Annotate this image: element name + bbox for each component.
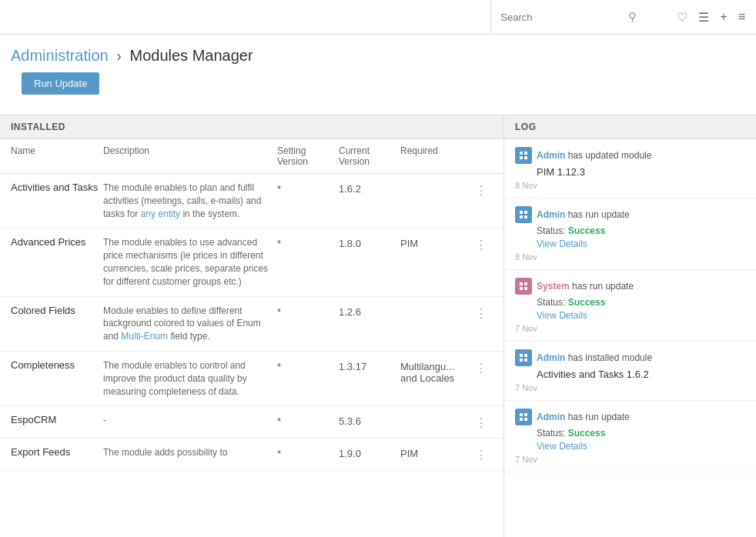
log-status: Status: Success	[537, 225, 745, 236]
log-actor: Admin	[537, 352, 565, 363]
page-title: Modules Manager	[130, 47, 253, 64]
avatar	[515, 349, 532, 366]
installed-panel: INSTALLED Name Description Setting Versi…	[0, 115, 504, 537]
search-input[interactable]	[500, 12, 624, 23]
col-current-version: Current Version	[339, 145, 400, 167]
module-name: Completeness	[11, 359, 103, 371]
svg-rect-16	[520, 413, 523, 416]
view-details-link[interactable]: View Details	[537, 238, 587, 249]
table-header: Name Description Setting Version Current…	[0, 139, 503, 174]
log-status: Status: Success	[537, 297, 745, 308]
admin-link[interactable]: Administration	[11, 47, 109, 64]
module-actions-menu[interactable]: ⋮	[470, 236, 493, 252]
svg-rect-7	[524, 215, 527, 218]
plus-icon[interactable]: +	[720, 10, 727, 24]
run-update-button[interactable]: Run Update	[22, 72, 99, 95]
module-required: PIM	[400, 446, 470, 459]
module-required	[400, 305, 470, 306]
module-name: EspoCRM	[11, 414, 103, 425]
log-entry: Admin has updated module PIM 1.12.3 8 No…	[504, 139, 756, 198]
menu-icon[interactable]: ≡	[738, 10, 745, 24]
svg-rect-1	[524, 152, 527, 155]
col-actions	[470, 145, 493, 167]
log-date: 7 Nov	[515, 324, 745, 333]
list-icon[interactable]: ☰	[698, 10, 709, 25]
svg-rect-6	[520, 215, 523, 218]
installed-header: INSTALLED	[0, 115, 503, 139]
module-name: Advanced Prices	[11, 236, 103, 248]
module-setting-version: *	[277, 446, 339, 459]
log-actor: Admin	[537, 150, 565, 161]
log-date: 8 Nov	[515, 252, 745, 262]
log-entry-header: Admin has installed module	[515, 349, 745, 366]
log-date: 7 Nov	[515, 383, 745, 392]
log-entry-header: Admin has run update	[515, 409, 745, 425]
module-required	[400, 182, 470, 183]
svg-rect-18	[520, 418, 523, 421]
module-setting-version: *	[277, 182, 339, 195]
svg-rect-3	[524, 156, 527, 159]
avatar	[515, 409, 532, 425]
module-actions-menu[interactable]: ⋮	[470, 414, 493, 430]
module-description: The module enables to plan and fulfil ac…	[103, 182, 277, 220]
svg-rect-0	[520, 152, 523, 155]
module-name: Colored Fields	[11, 305, 103, 316]
log-entry: Admin has run update Status: Success Vie…	[504, 401, 756, 472]
log-entry: Admin has installed module Activities an…	[504, 342, 756, 401]
log-actor: Admin	[537, 209, 565, 220]
main-layout: INSTALLED Name Description Setting Versi…	[0, 115, 756, 537]
col-setting-version: Setting Version	[277, 145, 339, 167]
breadcrumb-separator: ›	[116, 47, 122, 64]
avatar	[515, 278, 532, 295]
table-row: Advanced Prices The module enables to us…	[0, 228, 503, 296]
table-row: Export Feeds The module adds possibility…	[0, 439, 503, 471]
svg-rect-11	[524, 287, 527, 290]
svg-rect-5	[524, 211, 527, 214]
module-required: Multilangu... and Locales	[400, 359, 470, 384]
module-current-version: 1.3.17	[339, 359, 400, 372]
avatar	[515, 147, 532, 164]
log-actor: System	[537, 281, 570, 292]
search-area: ⚲	[490, 0, 666, 34]
module-actions-menu[interactable]: ⋮	[470, 359, 493, 375]
module-description: The module adds possibility to	[103, 446, 277, 459]
module-name: Activities and Tasks	[11, 182, 103, 193]
svg-rect-10	[520, 287, 523, 290]
log-entry: System has run update Status: Success Vi…	[504, 270, 756, 342]
log-entry-header: Admin has run update	[515, 206, 745, 223]
module-current-version: 1.6.2	[339, 182, 400, 195]
svg-rect-13	[524, 354, 527, 357]
module-name: Export Feeds	[11, 446, 103, 458]
breadcrumb: Administration › Modules Manager	[0, 35, 756, 72]
module-actions-menu[interactable]: ⋮	[470, 305, 493, 321]
svg-rect-15	[524, 359, 527, 362]
module-description: -	[103, 414, 277, 427]
module-actions-menu[interactable]: ⋮	[470, 446, 493, 462]
module-setting-version: *	[277, 414, 339, 427]
log-entry-header: Admin has updated module	[515, 147, 745, 164]
log-text: Admin has run update	[537, 209, 630, 220]
log-entry: Admin has run update Status: Success Vie…	[504, 198, 756, 270]
view-details-link[interactable]: View Details	[537, 441, 587, 452]
svg-rect-8	[520, 282, 523, 285]
svg-rect-9	[524, 282, 527, 285]
log-header: LOG	[504, 115, 756, 139]
search-icon[interactable]: ⚲	[628, 10, 637, 24]
col-required: Required	[400, 145, 470, 167]
status-value: Success	[568, 297, 606, 308]
module-current-version: 1.9.0	[339, 446, 400, 459]
status-value: Success	[568, 428, 606, 439]
log-detail: Activities and Tasks 1.6.2	[537, 369, 745, 380]
view-details-link[interactable]: View Details	[537, 310, 587, 321]
bell-icon[interactable]: ♡	[677, 10, 687, 25]
module-required: PIM	[400, 236, 470, 249]
module-actions-menu[interactable]: ⋮	[470, 182, 493, 198]
avatar	[515, 206, 532, 223]
svg-rect-19	[524, 418, 527, 421]
log-text: Admin has installed module	[537, 352, 652, 363]
module-description: Module enables to define different backg…	[103, 305, 277, 343]
module-description: The module enables to control and improv…	[103, 359, 277, 398]
log-date: 7 Nov	[515, 455, 745, 464]
status-value: Success	[568, 225, 606, 236]
module-current-version: 5.3.6	[339, 414, 400, 427]
